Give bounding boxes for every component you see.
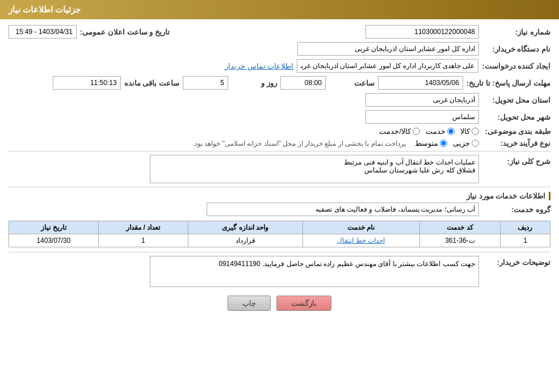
mohlat-baqi-label: ساعت باقی مانده — [124, 79, 179, 87]
radio-kala-label: کالا — [460, 127, 470, 136]
grohe-khedmat-input[interactable] — [207, 203, 479, 216]
shahr-tahvil-input[interactable] — [365, 110, 479, 124]
bottom-buttons: بازگشت چاپ — [9, 296, 550, 319]
row-sharh: شرح کلی نیاز: عملیات احداث خط انتقال آب … — [9, 155, 550, 183]
row-noue-farayand: نوع فرآیند خرید: جزیی متوسط پرداخت تمام … — [9, 139, 550, 147]
radio-motavasset[interactable]: متوسط — [415, 139, 447, 147]
radio-kala[interactable]: کالا — [460, 127, 479, 136]
col-code: کد خدمت — [419, 221, 500, 234]
tarikh-label: تاریخ و ساعت اعلان عمومی: — [80, 28, 170, 36]
radio-khedmat[interactable]: خدمت — [426, 127, 455, 136]
table-header-row: ردیف کد خدمت نام خدمت واحد اندازه گیری ت… — [9, 221, 550, 234]
tosihaat-text: جهت کسب اطلاعات بیشتر با آقای مهندس عظیم… — [150, 256, 479, 287]
tosihaat-value: جهت کسب اطلاعات بیشتر با آقای مهندس عظیم… — [218, 260, 475, 268]
row-mohlat: مهلت ارسال پاسخ: تا تاریخ: ساعت روز و سا… — [9, 76, 550, 90]
mohlat-label: مهلت ارسال پاسخ: تا تاریخ: — [466, 79, 550, 87]
mohlat-roz-label: روز و — [232, 79, 277, 87]
tabaqe-radio-group: کالا خدمت کالا/خدمت — [379, 127, 479, 136]
print-button[interactable]: چاپ — [228, 296, 271, 311]
radio-jozi[interactable]: جزیی — [453, 139, 479, 147]
services-table: ردیف کد خدمت نام خدمت واحد اندازه گیری ت… — [9, 221, 550, 247]
sharh-line1: عملیات احداث خط انتقال آب و ابنیه فنی مر… — [344, 158, 476, 166]
grohe-khedmat-label: گروه خدمت: — [482, 205, 550, 214]
radio-kala-khedmat[interactable]: کالا/خدمت — [379, 127, 420, 136]
ettelaat-khadamat-title: اطلاعات خدمات مورد نیاز — [9, 192, 550, 200]
row-shomara-tarikh: شماره نیاز: تاریخ و ساعت اعلان عمومی: — [9, 25, 550, 39]
ettelaat-tamas-link[interactable]: اطلاعات تماس خریدار — [225, 62, 293, 70]
col-tedad: تعداد / مقدار — [98, 221, 188, 234]
radio-kala-khedmat-input[interactable] — [413, 128, 420, 135]
sharh-line2: قشلاق کله رش علیا شهرستان سلماس — [364, 166, 476, 174]
mohlat-saat-label: ساعت — [329, 79, 375, 87]
tosihaat-label: توضیحات خریدار: — [482, 258, 550, 267]
mohlat-date-input[interactable] — [378, 76, 463, 90]
row-ostan-tahvil: استان محل تحویل: — [9, 93, 550, 107]
radio-khedmat-label: خدمت — [426, 127, 445, 136]
radio-motavasset-label: متوسط — [415, 139, 438, 147]
ostan-tahvil-label: استان محل تحویل: — [482, 96, 550, 104]
cell-tedad: 1 — [98, 234, 188, 247]
cell-code: ت-36-361 — [419, 234, 500, 247]
back-button[interactable]: بازگشت — [276, 296, 331, 311]
radio-kala-input[interactable] — [472, 128, 479, 135]
radio-motavasset-input[interactable] — [440, 140, 447, 147]
noue-farayand-label: نوع فرآیند خرید: — [482, 139, 550, 147]
ijad-konande-label: ایجاد کننده درخواست: — [482, 62, 550, 70]
ostan-tahvil-input[interactable] — [365, 93, 479, 107]
page-title: جزئیات اطلاعات نیاز — [9, 5, 81, 14]
noue-radio-group: جزیی متوسط — [415, 139, 479, 147]
radio-jozi-label: جزیی — [453, 139, 470, 147]
radio-kala-khedmat-label: کالا/خدمت — [379, 127, 411, 136]
col-radif: ردیف — [500, 221, 550, 234]
tarikh-input[interactable] — [9, 25, 77, 39]
divider-1 — [9, 151, 550, 151]
col-name: نام خدمت — [302, 221, 419, 234]
sharh-text: عملیات احداث خط انتقال آب و ابنیه فنی مر… — [150, 155, 479, 183]
page-header: جزئیات اطلاعات نیاز — [0, 0, 559, 19]
radio-jozi-input[interactable] — [472, 140, 479, 147]
services-table-section: ردیف کد خدمت نام خدمت واحد اندازه گیری ت… — [9, 221, 550, 247]
row-tabaqe: طبقه بندی موضوعی: کالا خدمت کالا/خدمت — [9, 127, 550, 136]
mohlat-roz-input[interactable] — [183, 76, 228, 90]
page-wrapper: جزئیات اطلاعات نیاز شماره نیاز: تاریخ و … — [0, 0, 559, 392]
row-shahr-tahvil: شهر محل تحویل: — [9, 110, 550, 124]
tabaqe-label: طبقه بندی موضوعی: — [482, 127, 550, 136]
noue-note: پرداخت تمام یا بخشی از مبلغ خریدار از مح… — [193, 140, 406, 147]
mohlat-saat-input[interactable] — [280, 76, 326, 90]
shomara-niaz-label: شماره نیاز: — [482, 28, 550, 36]
row-tosihaat: توضیحات خریدار: جهت کسب اطلاعات بیشتر با… — [9, 256, 550, 287]
nam-dastgah-label: نام دستگاه خریدار: — [482, 45, 550, 53]
ijad-konande-input[interactable] — [297, 59, 478, 73]
divider-3 — [9, 252, 550, 252]
nam-dastgah-input[interactable] — [297, 42, 479, 56]
cell-tarikh: 1403/07/30 — [9, 234, 99, 247]
col-tarikh: تاریخ نیاز — [9, 221, 99, 234]
radio-khedmat-input[interactable] — [447, 128, 455, 135]
row-grohe-khedmat: گروه خدمت: — [9, 203, 550, 216]
col-vahed: واحد اندازه گیری — [188, 221, 302, 234]
row-ijad-konande: ایجاد کننده درخواست: اطلاعات تماس خریدار — [9, 59, 550, 73]
shomara-niaz-input[interactable] — [365, 25, 479, 39]
cell-name[interactable]: احداث خط انتقال — [302, 234, 419, 247]
mohlat-baqi-input[interactable] — [53, 76, 121, 90]
sharh-label: شرح کلی نیاز: — [482, 157, 550, 166]
divider-2 — [9, 187, 550, 187]
table-body: 1 ت-36-361 احداث خط انتقال قرارداد 1 140… — [9, 234, 550, 247]
cell-vahed: قرارداد — [188, 234, 302, 247]
table-head: ردیف کد خدمت نام خدمت واحد اندازه گیری ت… — [9, 221, 550, 234]
content-area: شماره نیاز: تاریخ و ساعت اعلان عمومی: نا… — [0, 19, 559, 325]
cell-radif: 1 — [500, 234, 550, 247]
row-nam-dastgah: نام دستگاه خریدار: — [9, 42, 550, 56]
shahr-tahvil-label: شهر محل تحویل: — [482, 113, 550, 121]
table-row: 1 ت-36-361 احداث خط انتقال قرارداد 1 140… — [9, 234, 550, 247]
